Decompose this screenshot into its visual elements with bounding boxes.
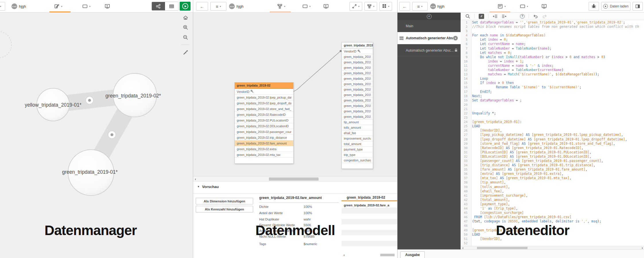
code-line[interactable]: 40 [ehail_fee], (461, 189, 644, 194)
code-line[interactable]: 11 currentName = name & '-' & index; (461, 64, 644, 68)
script-section-locked[interactable]: Automatisch generierter Absc... (397, 44, 461, 56)
code-line[interactable]: 27 [lpep_pickup_datetime] AS [green_trip… (461, 133, 644, 137)
app-title[interactable]: hjgh (437, 4, 445, 9)
code-line[interactable]: 30 [RatecodeID] AS [green_tripdata_2019-… (461, 146, 644, 150)
undo-icon[interactable] (533, 14, 538, 19)
model-field-row[interactable]: congestion_surcharge (342, 158, 373, 163)
zoom-in-icon[interactable] (183, 25, 188, 30)
code-line[interactable]: 42 [total_amount], (461, 198, 644, 202)
model-field-row[interactable]: green_tripdata_2019-02.mta_tax (235, 152, 293, 158)
help-icon[interactable]: ? (520, 14, 525, 19)
output-tab[interactable]: Ausgabe (400, 251, 425, 258)
model-field-row[interactable]: green_tripdata_2019-... (342, 54, 373, 60)
code-line[interactable]: 19Set dataManagerTables = ; (461, 98, 644, 103)
code-line[interactable]: 16 Rename Table '$(name)' to '$(currentN… (461, 85, 644, 89)
prepare-nav-item[interactable]: ▾ (54, 3, 62, 9)
scroll-left-icon[interactable]: ‹ (344, 253, 345, 257)
scroll-left-icon[interactable]: ‹ (195, 177, 196, 181)
grid-view-button[interactable]: ▾ (379, 2, 392, 11)
code-line[interactable]: 6 Let currentName = name; (461, 42, 644, 46)
resize-view-button[interactable]: ▾ (350, 2, 362, 11)
model-field-row[interactable]: green_tripdata_2019-02.PULocationID (235, 118, 293, 123)
search-icon[interactable] (465, 14, 470, 19)
model-field-row[interactable] (342, 163, 373, 169)
code-line[interactable]: 38 [tip_amount], (461, 180, 644, 185)
code-line[interactable]: 46 FROM [lib://DataFiles/green_tripdata_… (461, 215, 644, 219)
code-line[interactable]: 1Set dataManagerTables = '','green_tripd… (461, 20, 644, 25)
comment-icon[interactable]: // (479, 14, 484, 19)
model-table[interactable]: green_tripdata_2019-02VendorIDgreen_trip… (234, 82, 294, 164)
model-field-row[interactable]: green_tripdata_2019-02.trip_distance (235, 135, 293, 140)
model-field-row[interactable]: green_tripdata_2019-... (342, 71, 373, 76)
code-line[interactable]: 33 [passenger_count] AS [green_tripdata_… (461, 159, 644, 163)
app-logo-icon[interactable]: ●●● (229, 3, 235, 9)
analyze-nav-item[interactable]: ▾ (302, 4, 311, 9)
add-dimension-button[interactable]: Als Dimension hinzufügen (196, 198, 253, 204)
model-field-row[interactable]: green_tripdata_2019-02.lpep_dropoff_date… (235, 100, 293, 106)
code-line[interactable]: 13 matches = Match('$(currentName)', $(d… (461, 72, 644, 77)
code-line[interactable]: 4For each name in $(dataManagerTables) (461, 33, 644, 38)
outdent-icon[interactable] (502, 14, 507, 19)
model-field-row[interactable]: green_tripdata_2019-02.store_and_fwd_fla… (235, 106, 293, 112)
data-load-editor-nav-item[interactable]: ▾ (497, 3, 506, 9)
model-table-header[interactable]: green_tripdata_2019-... (342, 42, 373, 49)
model-field-row[interactable]: improvement_surcharge (342, 136, 373, 141)
model-field-row[interactable]: green_tripdata_2019-... (342, 92, 373, 98)
back-button[interactable]: ← (399, 2, 410, 11)
debug-button[interactable] (589, 2, 599, 11)
storytelling-nav-item[interactable] (323, 3, 329, 9)
code-line[interactable]: 22Unqualify *; (461, 111, 644, 116)
model-field-row[interactable]: green_tripdata_2019-02.RatecodeID (235, 112, 293, 118)
model-field-row[interactable]: green_tripdata_2019-... (342, 87, 373, 92)
model-field-row[interactable]: green_tripdata_2019-02.passenger_count (235, 129, 293, 135)
drag-handle-icon[interactable] (399, 37, 404, 40)
data-model-nav-item[interactable]: ▾ (277, 3, 285, 9)
code-line[interactable]: 7 Let tableNumber = TableNumber(name); (461, 46, 644, 51)
model-field-row[interactable]: total_amount (342, 141, 373, 147)
model-field-row[interactable]: green_tripdata_2019-... (342, 109, 373, 114)
code-line[interactable]: 45 [congestion_surcharge] (461, 211, 644, 215)
code-line[interactable]: 23 (461, 116, 644, 120)
code-line[interactable]: 26 [VendorID], (461, 128, 644, 133)
bubbles-view-button[interactable] (152, 2, 165, 10)
code-line[interactable]: 36 [extra] AS [green_tripdata_2019-01.ex… (461, 172, 644, 176)
model-field-row[interactable]: green_tripdata_2019-02.fare_amount (235, 140, 293, 146)
app-title[interactable]: hjgh (19, 4, 26, 9)
model-table[interactable]: green_tripdata_2019-...VendorIDgreen_tri… (342, 42, 373, 169)
editor-hscrollbar[interactable]: ‹ › (461, 246, 644, 249)
code-line[interactable]: 14 Loop (461, 77, 644, 81)
association-node[interactable] (108, 131, 116, 139)
code-line[interactable]: 10 index = index + 1; (461, 59, 644, 64)
code-line[interactable]: 12 tableNumber = TableNumber(currentName… (461, 68, 644, 72)
scrollbar-thumb[interactable] (269, 177, 319, 181)
code-line[interactable]: 32 [DOLocationID] AS [green_tripdata_201… (461, 155, 644, 159)
scrollbar-thumb[interactable] (380, 254, 395, 256)
code-line[interactable]: 2//This block renames script tables from… (461, 25, 644, 29)
preview-table-tab[interactable]: green_tripdata_2019-02 (347, 196, 385, 200)
code-line[interactable]: 39 [tolls_amount], (461, 185, 644, 189)
layout-button[interactable]: ▾ (364, 2, 377, 11)
model-field-row[interactable]: green_tripdata_2019-02.DOLocationID (235, 123, 293, 129)
model-field-row[interactable]: tip_amount (342, 120, 373, 125)
app-logo-icon[interactable]: ●●● (430, 3, 436, 9)
code-line[interactable]: 3 (461, 29, 644, 33)
analyze-nav-item[interactable]: ▾ (520, 4, 528, 9)
table-view-button[interactable] (165, 2, 178, 10)
code-line[interactable]: 9 Do while not IsNull(tableNumber) or (i… (461, 55, 644, 59)
code-line[interactable]: 21 (461, 107, 644, 111)
model-field-row[interactable]: green_tripdata_2019-... (342, 103, 373, 109)
preview-column-header[interactable]: green_tripdata_2019-02.fare_a (344, 203, 397, 208)
model-field-row[interactable] (235, 158, 293, 163)
model-field-row[interactable]: green_tripdata_2019-... (342, 98, 373, 103)
script-section-selected[interactable]: Automatisch generierter Abs ... × (397, 32, 461, 44)
code-line[interactable]: 5 Let index = 0; (461, 38, 644, 42)
code-line[interactable]: 31 [PULocationID] AS [green_tripdata_201… (461, 150, 644, 155)
zoom-out-icon[interactable] (183, 35, 188, 40)
storytelling-nav-item[interactable] (541, 3, 547, 9)
code-line[interactable]: 17 EndIf; (461, 90, 644, 94)
code-line[interactable]: 18Next; (461, 94, 644, 98)
model-field-row[interactable]: green_tripdata_2019-02.lpep_pickup_datet… (235, 95, 293, 100)
code-line[interactable]: 43 [payment_type], (461, 202, 644, 206)
global-menu-button[interactable]: ≡ ▾ (210, 2, 226, 11)
model-table-header[interactable]: green_tripdata_2019-02 (235, 83, 293, 89)
